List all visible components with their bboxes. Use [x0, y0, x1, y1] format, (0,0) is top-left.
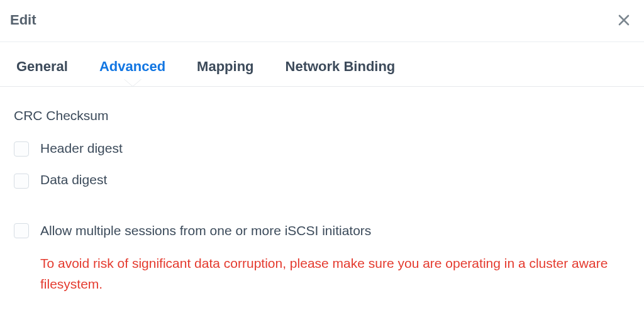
- option-header-digest: Header digest: [14, 140, 630, 157]
- dialog-title: Edit: [10, 12, 36, 28]
- data-digest-checkbox[interactable]: [14, 174, 29, 189]
- header-digest-checkbox[interactable]: [14, 141, 29, 157]
- tabs: General Advanced Mapping Network Binding: [0, 42, 644, 87]
- multi-session-checkbox[interactable]: [14, 223, 29, 238]
- option-multi-session: Allow multiple sessions from one or more…: [14, 222, 630, 240]
- edit-dialog: Edit General Advanced Mapping Network Bi…: [0, 0, 644, 320]
- data-digest-label[interactable]: Data digest: [40, 171, 107, 189]
- tab-advanced[interactable]: Advanced: [97, 58, 168, 86]
- multi-session-warning: To avoid risk of significant data corrup…: [40, 253, 619, 294]
- header-digest-label[interactable]: Header digest: [40, 140, 123, 157]
- crc-checksum-label: CRC Checksum: [14, 108, 630, 123]
- close-icon[interactable]: [614, 10, 634, 30]
- dialog-body: CRC Checksum Header digest Data digest A…: [0, 87, 644, 294]
- tab-general[interactable]: General: [14, 58, 70, 86]
- option-data-digest: Data digest: [14, 171, 630, 189]
- multi-session-label[interactable]: Allow multiple sessions from one or more…: [40, 222, 371, 240]
- tab-network-binding[interactable]: Network Binding: [283, 58, 398, 86]
- dialog-header: Edit: [0, 0, 644, 42]
- tab-mapping[interactable]: Mapping: [194, 58, 256, 86]
